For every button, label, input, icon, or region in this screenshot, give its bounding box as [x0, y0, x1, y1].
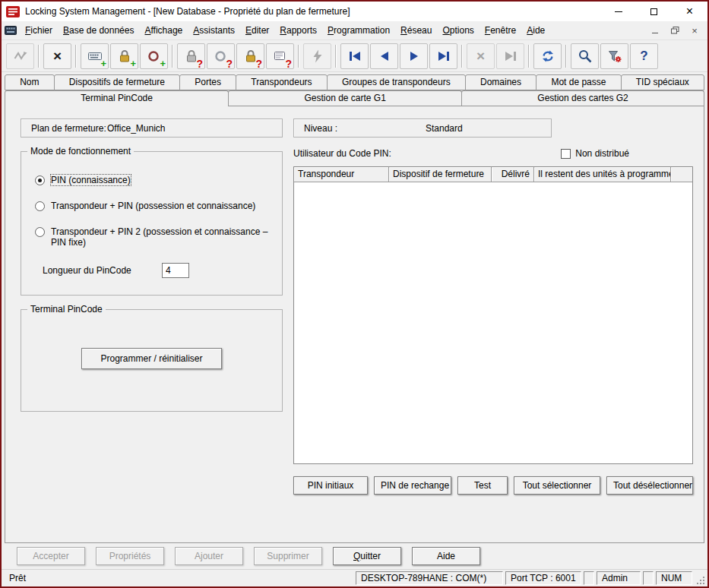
pin-initiaux-button[interactable]: PIN initiaux — [293, 476, 368, 495]
mdi-close-button[interactable]: × — [689, 25, 700, 36]
table-body[interactable] — [294, 182, 692, 463]
toolbar-read-lock-button[interactable]: ? — [177, 43, 205, 69]
toolbar-disconnect-button[interactable]: × — [43, 43, 71, 69]
status-port: Port TCP : 6001 — [505, 571, 581, 585]
tout-deselectionner-button[interactable]: Tout désélectionner — [606, 476, 693, 495]
menu-item-reseau[interactable]: Réseau — [395, 22, 437, 39]
tab-tid-speciaux[interactable]: TID spéciaux — [621, 74, 704, 90]
menu-item-programmation[interactable]: Programmation — [322, 22, 395, 39]
tab-gestion-de-carte-g1[interactable]: Gestion de carte G1 — [228, 90, 462, 106]
plan-value: Office_Munich — [107, 123, 165, 134]
tab-groupes-de-transpondeurs[interactable]: Groupes de transpondeurs — [327, 74, 466, 90]
plus-badge-icon: + — [100, 58, 106, 68]
right-column: Niveau : Standard Utilisateur du Code PI… — [293, 119, 693, 530]
quitter-button[interactable]: Quitter — [333, 547, 401, 565]
mdi-minimize-button[interactable] — [650, 25, 660, 36]
tab-dispositifs-de-fermeture[interactable]: Dispositifs de fermeture — [54, 74, 180, 90]
toolbar-read-card-button[interactable]: ? — [266, 43, 294, 69]
column-header-unites-a-programmer[interactable]: Il restent des unités à programmer — [534, 167, 671, 182]
status-ready: Prêt — [4, 571, 353, 585]
level-field: Niveau : Standard — [293, 119, 552, 138]
level-value: Standard — [426, 123, 463, 134]
radio-option-pin[interactable]: PIN (connaissance) — [35, 175, 271, 185]
abort-icon: × — [476, 49, 485, 63]
close-button[interactable]: × — [672, 2, 707, 21]
tab-mot-de-passe[interactable]: Mot de passe — [536, 74, 621, 90]
radio-label: PIN (connaissance) — [51, 175, 131, 185]
close-icon: × — [686, 5, 693, 17]
radio-option-transpondeur-pin2[interactable]: Transpondeur + PIN 2 (possession et conn… — [35, 226, 271, 248]
mdi-restore-button[interactable] — [669, 25, 680, 36]
menu-item-fichier[interactable]: Fichier — [20, 22, 58, 39]
toolbar-separator — [172, 45, 173, 68]
tab-transpondeurs[interactable]: Transpondeurs — [236, 74, 328, 90]
tab-portes[interactable]: Portes — [179, 74, 236, 90]
column-header-dispositif[interactable]: Dispositif de fermeture — [389, 167, 492, 182]
toolbar-add-lock-button[interactable]: + — [110, 43, 138, 69]
tab-gestion-des-cartes-g2[interactable]: Gestion des cartes G2 — [461, 90, 704, 106]
accepter-button: Accepter — [17, 547, 85, 565]
column-header-transpondeur[interactable]: Transpondeur — [294, 167, 389, 182]
not-distributed-checkbox[interactable] — [561, 149, 571, 159]
toolbar-filter-button[interactable] — [600, 43, 628, 69]
column-header-delivre[interactable]: Délivré — [492, 167, 534, 182]
toolbar-help-button[interactable]: ? — [630, 43, 658, 69]
tab-terminal-pincode[interactable]: Terminal PinCode — [5, 90, 229, 106]
pin-de-rechange-button[interactable]: PIN de rechange — [374, 476, 451, 495]
menu-item-rapports[interactable]: Rapports — [274, 22, 322, 39]
toolbar: × + + + — [2, 40, 707, 72]
title-bar: Locking System Management - [New Databas… — [2, 2, 707, 21]
sync-icon — [13, 49, 28, 64]
toolbar-read-transponder-button[interactable]: ? — [207, 43, 235, 69]
not-distributed-option[interactable]: Non distribué — [561, 148, 629, 159]
search-icon — [578, 49, 593, 64]
nav-first-icon — [350, 52, 360, 61]
tout-selectionner-button[interactable]: Tout sélectionner — [514, 476, 600, 495]
program-reset-button[interactable]: Programmer / réinitialiser — [81, 348, 222, 369]
toolbar-nav-next-button[interactable] — [400, 43, 428, 69]
terminal-pincode-page: Plan de fermeture: Office_Munich Mode de… — [5, 106, 704, 543]
pin-length-input[interactable] — [162, 263, 189, 278]
status-bar: Prêt DESKTOP-789HANE : COM(*) Port TCP :… — [2, 569, 707, 586]
toolbar-refresh-button[interactable] — [533, 43, 562, 69]
toolbar-separator — [528, 45, 530, 68]
toolbar-search-button[interactable] — [571, 43, 599, 69]
radio-option-transpondeur-pin[interactable]: Transpondeur + PIN (possession et connai… — [35, 201, 271, 211]
table-actions: PIN initiaux PIN de rechange Test Tout s… — [293, 476, 693, 495]
minimize-button[interactable] — [600, 2, 636, 21]
toolbar-read-lock-gold-button[interactable]: ? — [236, 43, 264, 69]
tab-domaines[interactable]: Domaines — [465, 74, 536, 90]
aide-button[interactable]: Aide — [412, 547, 480, 565]
status-spacer — [643, 571, 654, 585]
toolbar-nav-prev-button[interactable] — [370, 43, 398, 69]
toolbar-skip-button — [496, 43, 524, 69]
terminal-groupbox: Terminal PinCode Programmer / réinitiali… — [21, 309, 283, 412]
menu-item-base-de-donnees[interactable]: Base de données — [58, 22, 139, 39]
menu-item-affichage[interactable]: Affichage — [139, 22, 188, 39]
menu-item-editer[interactable]: Editer — [240, 22, 274, 39]
toolbar-separator — [75, 45, 77, 68]
resize-grip[interactable] — [695, 571, 705, 585]
menu-item-assistants[interactable]: Assistants — [188, 22, 240, 39]
toolbar-nav-first-button[interactable] — [340, 43, 369, 69]
column-header-filler — [671, 167, 692, 182]
tab-strip: Nom Dispositifs de fermeture Portes Tran… — [2, 72, 707, 106]
maximize-button[interactable] — [636, 2, 672, 21]
toolbar-separator — [461, 45, 463, 68]
menu-item-fenetre[interactable]: Fenêtre — [480, 22, 521, 39]
plan-field: Plan de fermeture: Office_Munich — [21, 119, 283, 138]
status-num-lock: NUM — [656, 571, 692, 585]
toolbar-nav-last-button[interactable] — [429, 43, 457, 69]
menu-item-options[interactable]: Options — [437, 22, 479, 39]
ajouter-button: Ajouter — [175, 547, 243, 565]
toolbar-add-transponder-button[interactable]: + — [140, 43, 168, 69]
menu-item-aide[interactable]: Aide — [521, 22, 550, 39]
flash-icon — [310, 49, 325, 64]
test-button[interactable]: Test — [457, 476, 508, 495]
pin-users-label: Utilisateur du Code PIN: — [293, 148, 391, 159]
mdi-close-icon: × — [692, 26, 698, 36]
tab-row-2: Terminal PinCode Gestion de carte G1 Ges… — [5, 90, 704, 106]
tab-nom[interactable]: Nom — [5, 74, 55, 90]
status-user: Admin — [597, 571, 641, 585]
toolbar-add-keyboard-button[interactable]: + — [81, 43, 109, 69]
